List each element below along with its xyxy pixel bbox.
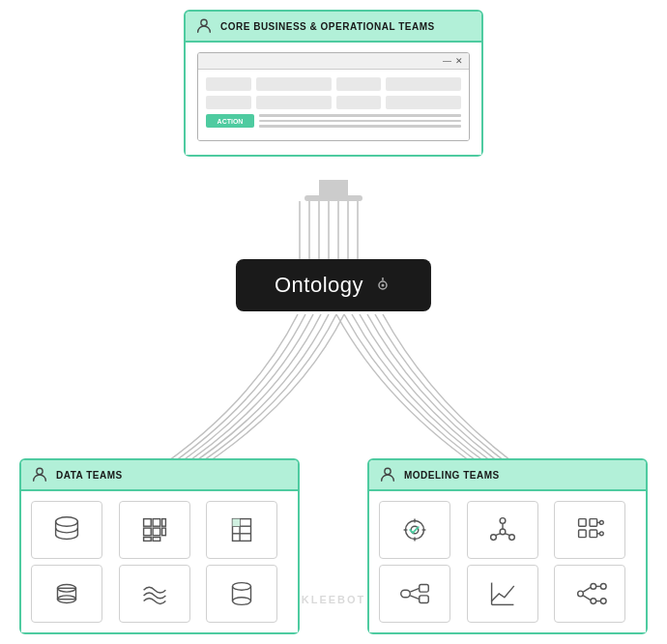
model-icon-grid-dots <box>554 501 625 559</box>
top-card-label: CORE BUSINESS & OPERATIONAL TEAMS <box>220 21 435 32</box>
svg-line-65 <box>584 587 592 592</box>
model-icon-gear-check <box>379 501 450 559</box>
modeling-teams-person-icon <box>379 466 396 483</box>
svg-point-63 <box>601 584 607 590</box>
stand-neck <box>319 180 348 195</box>
svg-rect-19 <box>143 538 151 542</box>
svg-rect-13 <box>143 519 151 527</box>
data-teams-label: DATA TEAMS <box>56 470 123 481</box>
svg-point-29 <box>233 583 251 591</box>
modeling-teams-header: MODELING TEAMS <box>369 460 646 491</box>
svg-rect-53 <box>401 590 411 598</box>
data-teams-body <box>21 491 298 632</box>
mock-content: ACTION <box>198 70 469 140</box>
bottom-cards: DATA TEAMS <box>0 458 667 634</box>
data-teams-icon-grid <box>31 501 288 623</box>
svg-rect-14 <box>153 519 160 527</box>
svg-line-43 <box>495 534 500 536</box>
ontology-label: Ontology <box>275 273 363 298</box>
titlebar-minimize: — <box>443 56 451 66</box>
svg-rect-15 <box>161 519 165 527</box>
svg-point-62 <box>591 599 596 604</box>
data-teams-card: DATA TEAMS <box>19 458 300 634</box>
svg-point-61 <box>591 584 596 590</box>
svg-point-50 <box>600 532 604 536</box>
svg-rect-55 <box>420 596 429 603</box>
modeling-teams-label: MODELING TEAMS <box>404 470 500 481</box>
top-card-header: CORE BUSINESS & OPERATIONAL TEAMS <box>186 12 481 43</box>
mock-cell <box>336 77 382 91</box>
mock-cell <box>386 77 461 91</box>
data-icon-cylinder <box>206 565 277 623</box>
svg-point-31 <box>385 468 391 474</box>
mock-titlebar: — ✕ <box>198 53 469 70</box>
svg-point-41 <box>500 529 506 535</box>
svg-point-38 <box>500 518 506 524</box>
svg-line-66 <box>584 596 592 600</box>
monitor-stand <box>184 180 483 201</box>
data-icon-table <box>206 501 277 559</box>
svg-rect-46 <box>590 519 597 527</box>
mock-row-2 <box>206 96 461 109</box>
svg-rect-17 <box>153 528 160 536</box>
svg-rect-25 <box>233 519 241 527</box>
model-icon-flow <box>379 565 450 623</box>
action-button[interactable]: ACTION <box>206 114 254 128</box>
top-card: CORE BUSINESS & OPERATIONAL TEAMS — ✕ <box>184 10 483 157</box>
data-icon-waves <box>119 565 190 623</box>
person-icon <box>195 17 213 35</box>
modeling-teams-body <box>369 491 646 632</box>
svg-point-49 <box>600 521 604 525</box>
modeling-teams-icon-grid <box>379 501 636 623</box>
top-card-body: — ✕ ACTION <box>186 43 481 155</box>
svg-point-9 <box>382 284 385 287</box>
modeling-teams-card: MODELING TEAMS <box>367 458 648 634</box>
svg-line-44 <box>506 534 510 536</box>
data-icon-grid <box>119 501 190 559</box>
svg-rect-48 <box>590 530 597 538</box>
data-icon-drum <box>31 565 102 623</box>
mock-text-lines <box>259 114 461 128</box>
svg-point-7 <box>201 19 207 25</box>
text-line <box>259 120 461 123</box>
mock-row-3: ACTION <box>206 114 461 128</box>
mock-window: — ✕ ACTION <box>197 52 470 141</box>
svg-rect-20 <box>153 538 160 542</box>
svg-line-56 <box>410 588 420 592</box>
data-teams-person-icon <box>31 466 48 483</box>
mock-cell <box>206 96 251 109</box>
svg-rect-16 <box>143 528 151 536</box>
model-icon-network <box>467 501 538 559</box>
svg-rect-18 <box>161 528 165 536</box>
titlebar-close: ✕ <box>455 56 463 66</box>
text-line <box>259 114 461 117</box>
svg-rect-45 <box>579 519 587 527</box>
data-teams-header: DATA TEAMS <box>21 460 298 491</box>
mock-cell <box>256 77 332 91</box>
mock-cell <box>386 96 461 109</box>
model-icon-chart <box>467 565 538 623</box>
svg-point-30 <box>233 598 251 605</box>
ontology-icon <box>373 276 392 295</box>
svg-rect-27 <box>58 588 76 599</box>
mock-cell <box>336 96 382 109</box>
svg-line-57 <box>410 596 420 600</box>
ontology-box: Ontology <box>236 259 431 311</box>
model-icon-branch <box>554 565 625 623</box>
text-line <box>259 125 461 128</box>
svg-point-12 <box>56 517 78 527</box>
mock-row-1 <box>206 77 461 91</box>
svg-rect-54 <box>420 585 429 593</box>
svg-point-11 <box>37 468 43 474</box>
data-icon-database <box>31 501 102 559</box>
mock-cell <box>256 96 332 109</box>
svg-rect-47 <box>579 530 587 538</box>
svg-point-60 <box>578 591 584 597</box>
svg-point-64 <box>601 599 607 604</box>
mock-cell <box>206 77 251 91</box>
stand-base <box>304 195 362 201</box>
